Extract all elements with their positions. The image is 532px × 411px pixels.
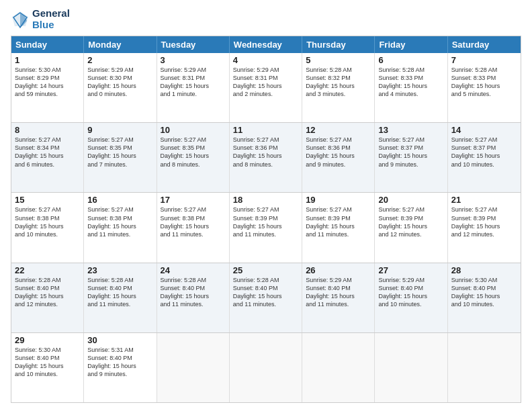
cal-cell-18: 18Sunrise: 5:27 AMSunset: 8:39 PMDayligh… <box>230 193 302 262</box>
cal-cell-4: 4Sunrise: 5:29 AMSunset: 8:31 PMDaylight… <box>230 53 302 122</box>
cal-cell-10: 10Sunrise: 5:27 AMSunset: 8:35 PMDayligh… <box>157 123 230 192</box>
day-number: 5 <box>306 55 371 65</box>
cal-cell-empty-4 <box>302 333 375 402</box>
cell-info: Sunrise: 5:27 AMSunset: 8:37 PMDaylight:… <box>378 136 443 169</box>
cal-cell-29: 29Sunrise: 5:30 AMSunset: 8:40 PMDayligh… <box>11 333 84 402</box>
header-day-friday: Friday <box>375 36 447 53</box>
cal-cell-empty-2 <box>157 333 230 402</box>
logo-icon <box>11 10 30 29</box>
cal-cell-30: 30Sunrise: 5:31 AMSunset: 8:40 PMDayligh… <box>84 333 157 402</box>
cal-cell-24: 24Sunrise: 5:28 AMSunset: 8:40 PMDayligh… <box>157 263 230 332</box>
cell-info: Sunrise: 5:29 AMSunset: 8:30 PMDaylight:… <box>87 66 152 99</box>
day-number: 13 <box>378 125 443 135</box>
day-number: 19 <box>306 195 371 205</box>
cell-info: Sunrise: 5:27 AMSunset: 8:34 PMDaylight:… <box>15 136 80 169</box>
cell-info: Sunrise: 5:29 AMSunset: 8:31 PMDaylight:… <box>161 66 226 99</box>
cal-cell-22: 22Sunrise: 5:28 AMSunset: 8:40 PMDayligh… <box>11 263 84 332</box>
cell-info: Sunrise: 5:28 AMSunset: 8:32 PMDaylight:… <box>306 66 371 99</box>
cal-cell-6: 6Sunrise: 5:28 AMSunset: 8:33 PMDaylight… <box>375 53 447 122</box>
cal-cell-17: 17Sunrise: 5:27 AMSunset: 8:38 PMDayligh… <box>157 193 230 262</box>
day-number: 8 <box>15 125 80 135</box>
cal-cell-8: 8Sunrise: 5:27 AMSunset: 8:34 PMDaylight… <box>11 123 84 192</box>
day-number: 7 <box>451 55 517 65</box>
cal-cell-2: 2Sunrise: 5:29 AMSunset: 8:30 PMDaylight… <box>84 53 157 122</box>
cal-cell-1: 1Sunrise: 5:30 AMSunset: 8:29 PMDaylight… <box>11 53 84 122</box>
day-number: 26 <box>306 265 371 275</box>
cell-info: Sunrise: 5:29 AMSunset: 8:40 PMDaylight:… <box>378 276 443 309</box>
header-day-saturday: Saturday <box>448 36 521 53</box>
day-number: 21 <box>451 195 517 205</box>
cal-cell-12: 12Sunrise: 5:27 AMSunset: 8:36 PMDayligh… <box>302 123 375 192</box>
cal-cell-28: 28Sunrise: 5:30 AMSunset: 8:40 PMDayligh… <box>448 263 521 332</box>
cal-cell-3: 3Sunrise: 5:29 AMSunset: 8:31 PMDaylight… <box>157 53 230 122</box>
cell-info: Sunrise: 5:27 AMSunset: 8:39 PMDaylight:… <box>306 205 371 238</box>
cal-cell-empty-6 <box>448 333 521 402</box>
cell-info: Sunrise: 5:28 AMSunset: 8:33 PMDaylight:… <box>451 66 517 99</box>
cell-info: Sunrise: 5:27 AMSunset: 8:36 PMDaylight:… <box>306 136 371 169</box>
day-number: 9 <box>87 125 152 135</box>
cal-cell-16: 16Sunrise: 5:27 AMSunset: 8:38 PMDayligh… <box>84 193 157 262</box>
day-number: 30 <box>87 335 152 345</box>
calendar-header: SundayMondayTuesdayWednesdayThursdayFrid… <box>11 36 521 53</box>
day-number: 28 <box>451 265 517 275</box>
cal-cell-14: 14Sunrise: 5:27 AMSunset: 8:37 PMDayligh… <box>448 123 521 192</box>
day-number: 2 <box>87 55 152 65</box>
cell-info: Sunrise: 5:31 AMSunset: 8:40 PMDaylight:… <box>87 346 152 379</box>
cell-info: Sunrise: 5:27 AMSunset: 8:37 PMDaylight:… <box>451 136 517 169</box>
logo-text: General Blue <box>32 8 70 30</box>
day-number: 17 <box>161 195 226 205</box>
cal-cell-13: 13Sunrise: 5:27 AMSunset: 8:37 PMDayligh… <box>375 123 447 192</box>
cal-cell-15: 15Sunrise: 5:27 AMSunset: 8:38 PMDayligh… <box>11 193 84 262</box>
cell-info: Sunrise: 5:28 AMSunset: 8:40 PMDaylight:… <box>87 276 152 309</box>
calendar-row-3: 22Sunrise: 5:28 AMSunset: 8:40 PMDayligh… <box>11 263 521 332</box>
day-number: 29 <box>15 335 80 345</box>
cell-info: Sunrise: 5:27 AMSunset: 8:39 PMDaylight:… <box>233 205 298 238</box>
day-number: 18 <box>233 195 298 205</box>
cal-cell-27: 27Sunrise: 5:29 AMSunset: 8:40 PMDayligh… <box>375 263 447 332</box>
day-number: 22 <box>15 265 80 275</box>
day-number: 24 <box>161 265 226 275</box>
day-number: 4 <box>233 55 298 65</box>
cal-cell-20: 20Sunrise: 5:27 AMSunset: 8:39 PMDayligh… <box>375 193 447 262</box>
header-day-tuesday: Tuesday <box>157 36 230 53</box>
day-number: 15 <box>15 195 80 205</box>
day-number: 10 <box>161 125 226 135</box>
day-number: 20 <box>378 195 443 205</box>
header-day-sunday: Sunday <box>11 36 84 53</box>
cell-info: Sunrise: 5:28 AMSunset: 8:40 PMDaylight:… <box>15 276 80 309</box>
day-number: 23 <box>87 265 152 275</box>
day-number: 1 <box>15 55 80 65</box>
header-day-monday: Monday <box>84 36 157 53</box>
cell-info: Sunrise: 5:30 AMSunset: 8:40 PMDaylight:… <box>451 276 517 309</box>
day-number: 11 <box>233 125 298 135</box>
cal-cell-empty-5 <box>375 333 447 402</box>
day-number: 6 <box>378 55 443 65</box>
cell-info: Sunrise: 5:27 AMSunset: 8:39 PMDaylight:… <box>378 205 443 238</box>
day-number: 3 <box>161 55 226 65</box>
cell-info: Sunrise: 5:27 AMSunset: 8:36 PMDaylight:… <box>233 136 298 169</box>
cell-info: Sunrise: 5:28 AMSunset: 8:40 PMDaylight:… <box>161 276 226 309</box>
cal-cell-5: 5Sunrise: 5:28 AMSunset: 8:32 PMDaylight… <box>302 53 375 122</box>
calendar-row-0: 1Sunrise: 5:30 AMSunset: 8:29 PMDaylight… <box>11 53 521 122</box>
cell-info: Sunrise: 5:27 AMSunset: 8:38 PMDaylight:… <box>15 205 80 238</box>
day-number: 16 <box>87 195 152 205</box>
day-number: 12 <box>306 125 371 135</box>
cell-info: Sunrise: 5:28 AMSunset: 8:33 PMDaylight:… <box>378 66 443 99</box>
cal-cell-26: 26Sunrise: 5:29 AMSunset: 8:40 PMDayligh… <box>302 263 375 332</box>
day-number: 14 <box>451 125 517 135</box>
cell-info: Sunrise: 5:27 AMSunset: 8:38 PMDaylight:… <box>161 205 226 238</box>
calendar: SundayMondayTuesdayWednesdayThursdayFrid… <box>11 36 521 403</box>
cal-cell-7: 7Sunrise: 5:28 AMSunset: 8:33 PMDaylight… <box>448 53 521 122</box>
cal-cell-25: 25Sunrise: 5:28 AMSunset: 8:40 PMDayligh… <box>230 263 302 332</box>
page: General Blue SundayMondayTuesdayWednesda… <box>0 0 532 411</box>
cell-info: Sunrise: 5:29 AMSunset: 8:40 PMDaylight:… <box>306 276 371 309</box>
cell-info: Sunrise: 5:30 AMSunset: 8:40 PMDaylight:… <box>15 346 80 379</box>
cell-info: Sunrise: 5:27 AMSunset: 8:39 PMDaylight:… <box>451 205 517 238</box>
cell-info: Sunrise: 5:27 AMSunset: 8:35 PMDaylight:… <box>87 136 152 169</box>
cell-info: Sunrise: 5:27 AMSunset: 8:35 PMDaylight:… <box>161 136 226 169</box>
cal-cell-21: 21Sunrise: 5:27 AMSunset: 8:39 PMDayligh… <box>448 193 521 262</box>
cal-cell-23: 23Sunrise: 5:28 AMSunset: 8:40 PMDayligh… <box>84 263 157 332</box>
logo: General Blue <box>11 8 70 30</box>
cal-cell-9: 9Sunrise: 5:27 AMSunset: 8:35 PMDaylight… <box>84 123 157 192</box>
cal-cell-empty-3 <box>230 333 302 402</box>
